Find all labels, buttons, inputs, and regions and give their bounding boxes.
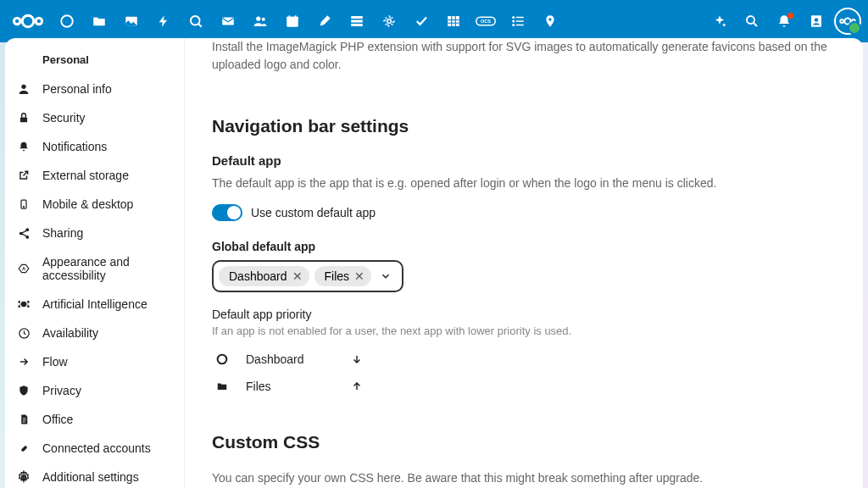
svg-point-20 xyxy=(512,16,515,19)
top-bar: OCS xyxy=(0,0,868,42)
top-nav: OCS xyxy=(53,7,702,36)
nav-dashboard-icon[interactable] xyxy=(53,7,81,36)
dashboard-icon xyxy=(214,352,231,366)
sidebar-item-appearance[interactable]: AAppearance and accessibility xyxy=(5,247,184,290)
sidebar-item-mobile-desktop[interactable]: Mobile & desktop xyxy=(5,190,184,219)
svg-point-32 xyxy=(852,19,855,23)
svg-rect-12 xyxy=(295,15,297,18)
sidebar-header-personal: Personal xyxy=(5,48,184,75)
sidebar-item-external-storage[interactable]: External storage xyxy=(5,161,184,190)
sidebar-item-connected-accounts[interactable]: Connected accounts xyxy=(5,434,184,463)
sidebar-item-notifications[interactable]: Notifications xyxy=(5,132,184,161)
nav-link-icon[interactable]: OCS xyxy=(471,7,500,36)
sidebar-item-ai[interactable]: Artificial Intelligence xyxy=(5,290,184,319)
plug-icon xyxy=(17,441,31,455)
svg-rect-23 xyxy=(516,20,524,22)
global-default-app-select[interactable]: Dashboard✕ Files✕ xyxy=(212,260,403,292)
nav-talk-icon[interactable] xyxy=(181,7,210,36)
svg-point-41 xyxy=(21,302,27,308)
svg-rect-14 xyxy=(351,20,363,23)
priority-item-label: Dashboard xyxy=(246,352,336,366)
chip-dashboard: Dashboard✕ xyxy=(219,266,309,286)
use-custom-default-app-toggle[interactable] xyxy=(212,204,242,221)
sidebar-item-label: Security xyxy=(42,111,86,125)
nav-list-icon[interactable] xyxy=(504,7,532,36)
svg-point-45 xyxy=(27,305,30,308)
priority-row-dashboard: Dashboard xyxy=(212,346,364,373)
phone-icon xyxy=(17,197,31,211)
share-icon xyxy=(17,226,31,240)
svg-rect-10 xyxy=(287,17,298,20)
user-icon xyxy=(17,82,31,96)
nav-files-icon[interactable] xyxy=(85,7,114,36)
user-avatar[interactable] xyxy=(834,8,861,35)
sidebar-item-label: Artificial Intelligence xyxy=(42,297,147,311)
svg-point-47 xyxy=(22,475,25,479)
bell-icon xyxy=(17,140,31,153)
notifications-icon[interactable] xyxy=(770,7,798,36)
svg-point-1 xyxy=(14,18,19,24)
nav-tasks-icon[interactable] xyxy=(407,7,436,36)
svg-point-29 xyxy=(815,18,819,22)
nav-mail-icon[interactable] xyxy=(214,7,242,36)
svg-point-3 xyxy=(61,15,73,27)
svg-rect-17 xyxy=(448,16,459,26)
assistant-icon[interactable] xyxy=(705,7,734,36)
sidebar-item-label: Flow xyxy=(42,355,68,369)
sidebar-item-flow[interactable]: Flow xyxy=(5,347,184,376)
external-icon xyxy=(17,169,31,182)
move-down-button[interactable] xyxy=(351,353,363,365)
remove-chip-icon[interactable]: ✕ xyxy=(354,269,364,283)
custom-css-desc: You can specify your own CSS here. Be aw… xyxy=(212,469,829,487)
sidebar-item-security[interactable]: Security xyxy=(5,103,184,132)
move-up-button[interactable] xyxy=(351,380,363,392)
sidebar-item-privacy[interactable]: Privacy xyxy=(5,376,184,405)
default-app-label: Default app xyxy=(212,153,829,168)
svg-rect-13 xyxy=(351,16,363,19)
appearance-icon: A xyxy=(17,262,31,275)
remove-chip-icon[interactable]: ✕ xyxy=(292,269,303,283)
chevron-down-icon[interactable] xyxy=(380,270,392,282)
sidebar-item-sharing[interactable]: Sharing xyxy=(5,219,184,247)
nav-activity-icon[interactable] xyxy=(149,7,178,36)
priority-item-label: Files xyxy=(246,380,336,393)
nav-notes-icon[interactable] xyxy=(310,7,339,36)
sidebar-item-label: Appearance and accessibility xyxy=(42,255,172,282)
nav-upgrade-icon[interactable] xyxy=(375,7,403,36)
sidebar-item-office[interactable]: Office xyxy=(5,405,184,434)
sidebar-item-label: Personal info xyxy=(42,82,112,96)
nav-maps-icon[interactable] xyxy=(536,7,565,36)
top-right xyxy=(705,7,861,36)
svg-point-43 xyxy=(27,301,30,303)
svg-point-7 xyxy=(256,16,260,20)
sidebar-item-label: Privacy xyxy=(42,384,81,397)
contacts-menu-icon[interactable] xyxy=(802,7,831,36)
sidebar-item-label: Notifications xyxy=(42,140,107,153)
svg-point-16 xyxy=(387,19,392,24)
sidebar-item-availability[interactable]: Availability xyxy=(5,319,184,347)
nav-calendar-icon[interactable] xyxy=(278,7,307,36)
ai-icon xyxy=(17,297,31,311)
nav-deck-icon[interactable] xyxy=(342,7,371,36)
nav-tables-icon[interactable] xyxy=(439,7,468,36)
svg-point-48 xyxy=(218,355,227,364)
nextcloud-logo[interactable] xyxy=(7,12,49,30)
svg-rect-6 xyxy=(222,18,234,25)
doc-icon xyxy=(17,413,31,426)
sidebar-item-label: Mobile & desktop xyxy=(42,197,133,211)
search-icon[interactable] xyxy=(737,7,766,36)
toggle-label: Use custom default app xyxy=(251,206,376,219)
sidebar-item-personal-info[interactable]: Personal info xyxy=(5,75,184,103)
global-default-app-label: Global default app xyxy=(212,240,829,253)
sidebar-item-additional-settings[interactable]: Additional settings xyxy=(5,463,184,488)
nav-contacts-icon[interactable] xyxy=(246,7,275,36)
nav-photos-icon[interactable] xyxy=(117,7,146,36)
svg-rect-34 xyxy=(20,117,27,122)
svg-text:A: A xyxy=(22,266,26,271)
shield-icon xyxy=(17,384,31,397)
priority-desc: If an app is not enabled for a user, the… xyxy=(212,324,829,337)
default-app-desc: The default app is the app that is e.g. … xyxy=(212,175,829,192)
sidebar-item-label: Connected accounts xyxy=(42,441,151,455)
sidebar-item-label: Availability xyxy=(42,326,98,340)
svg-text:OCS: OCS xyxy=(481,19,491,24)
